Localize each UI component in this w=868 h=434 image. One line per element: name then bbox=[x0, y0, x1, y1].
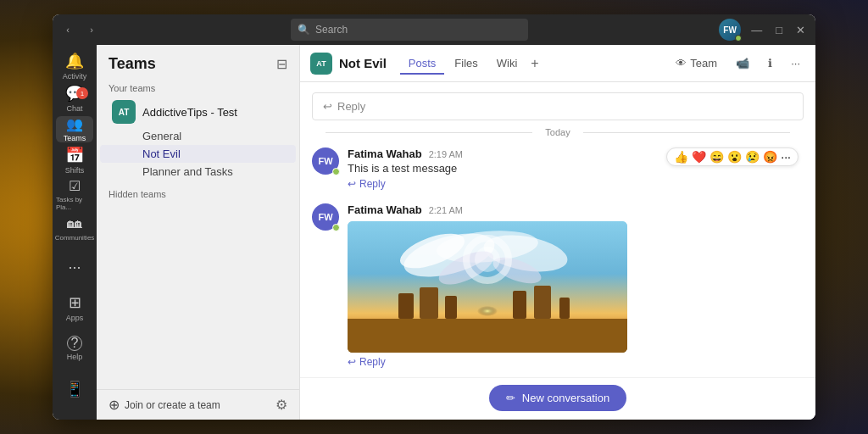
team-item-addictive[interactable]: AT AddictiveTips - Test ··· bbox=[100, 97, 296, 127]
shifts-label: Shifts bbox=[65, 166, 85, 175]
more-icon: ··· bbox=[791, 57, 800, 70]
add-tab-button[interactable]: + bbox=[527, 56, 542, 71]
team-button[interactable]: 👁 Team bbox=[670, 54, 722, 72]
hidden-teams-label: Hidden teams bbox=[97, 181, 299, 203]
channel-item-not-evil[interactable]: Not Evil bbox=[100, 145, 296, 163]
video-icon: 📹 bbox=[736, 57, 749, 70]
svg-rect-4 bbox=[420, 287, 438, 319]
new-conversation-bar: ✏ New conversation bbox=[300, 377, 815, 420]
shifts-icon: 📅 bbox=[65, 146, 84, 164]
msg-author-2: Fatima Wahab bbox=[348, 203, 422, 216]
filter-icon[interactable]: ⊟ bbox=[276, 56, 287, 72]
tab-posts[interactable]: Posts bbox=[400, 53, 445, 75]
tab-files[interactable]: Files bbox=[446, 53, 486, 75]
maximize-button[interactable]: □ bbox=[772, 24, 786, 36]
minimize-button[interactable]: — bbox=[748, 24, 765, 36]
svg-rect-2 bbox=[348, 319, 627, 353]
sidebar-item-teams[interactable]: 👥 Teams bbox=[56, 116, 93, 142]
message-row-2: FW Fatima Wahab 2:21 AM bbox=[300, 200, 815, 371]
apps-label: Apps bbox=[66, 314, 84, 322]
msg-reply-link-1[interactable]: ↩ Reply bbox=[348, 178, 804, 190]
channel-item-general[interactable]: General bbox=[100, 127, 296, 145]
reply-arrow-icon: ↩ bbox=[323, 100, 332, 113]
chat-label: Chat bbox=[66, 104, 82, 113]
reaction-angry[interactable]: 😡 bbox=[763, 150, 777, 164]
sidebar-item-communities[interactable]: 🏘 Communities bbox=[56, 214, 93, 242]
title-bar-left: ‹ › bbox=[59, 21, 100, 38]
channel-name: Not Evil bbox=[339, 56, 387, 70]
msg-header-2: Fatima Wahab 2:21 AM bbox=[348, 203, 804, 216]
title-bar: ‹ › 🔍 Search FW — □ ✕ bbox=[53, 14, 815, 45]
activity-label: Activity bbox=[63, 72, 87, 81]
sidebar-item-shifts[interactable]: 📅 Shifts bbox=[56, 146, 93, 175]
tab-wiki[interactable]: Wiki bbox=[488, 53, 526, 75]
sidebar-title: Teams bbox=[108, 55, 156, 73]
user-avatar[interactable]: FW bbox=[719, 19, 741, 41]
reaction-sad[interactable]: 😢 bbox=[745, 150, 760, 164]
reaction-more[interactable]: ··· bbox=[781, 150, 791, 164]
info-button[interactable]: ℹ bbox=[763, 54, 777, 72]
svg-rect-6 bbox=[513, 291, 526, 319]
sidebar: Teams ⊟ Your teams AT AddictiveTips - Te… bbox=[97, 45, 300, 420]
main-content: AT Not Evil Posts Files Wiki + 👁 Team 📹 bbox=[300, 45, 815, 420]
desert-image-svg bbox=[348, 221, 627, 353]
help-icon: ? bbox=[67, 336, 82, 351]
svg-rect-8 bbox=[559, 298, 570, 319]
tasks-label: Tasks by Pla... bbox=[56, 196, 93, 211]
title-bar-search: 🔍 Search bbox=[100, 19, 719, 41]
new-conv-label: New conversation bbox=[522, 392, 609, 404]
team-name-addictive: AddictiveTips - Test bbox=[142, 106, 273, 119]
apps-icon: ⊞ bbox=[69, 293, 81, 312]
channel-tabs: Posts Files Wiki + bbox=[400, 53, 542, 74]
back-button[interactable]: ‹ bbox=[59, 21, 76, 38]
message-row: FW Fatima Wahab 2:19 AM This is a test m… bbox=[300, 144, 815, 193]
search-placeholder: Search bbox=[315, 24, 348, 36]
msg-reply-link-2[interactable]: ↩ Reply bbox=[348, 356, 804, 368]
avatar-online-dot-1 bbox=[332, 168, 340, 175]
reaction-laugh[interactable]: 😄 bbox=[709, 150, 724, 164]
reply-text-1: Reply bbox=[359, 178, 386, 190]
msg-avatar-1: FW bbox=[312, 147, 339, 175]
activity-icon: 🔔 bbox=[65, 52, 84, 70]
settings-icon[interactable]: ⚙ bbox=[275, 397, 287, 413]
avatar-online-dot-2 bbox=[332, 224, 340, 231]
sidebar-item-activity[interactable]: 🔔 Activity bbox=[56, 52, 93, 81]
sidebar-footer: ⊕ Join or create a team ⚙ bbox=[97, 389, 299, 420]
svg-point-16 bbox=[475, 247, 500, 272]
reply-label: Reply bbox=[337, 100, 365, 113]
close-button[interactable]: ✕ bbox=[793, 24, 809, 36]
join-icon: ⊕ bbox=[108, 397, 120, 413]
reaction-heart[interactable]: ❤️ bbox=[692, 150, 706, 164]
messages-area[interactable]: ↩ Reply Today FW Fatima Wahab 2:19 AM bbox=[300, 82, 815, 377]
channel-header: AT Not Evil Posts Files Wiki + 👁 Team 📹 bbox=[300, 45, 815, 82]
avatar-online-dot bbox=[735, 35, 742, 42]
sidebar-item-device[interactable]: 📱 bbox=[56, 370, 93, 408]
channel-avatar: AT bbox=[310, 53, 332, 75]
svg-point-1 bbox=[453, 289, 521, 323]
forward-button[interactable]: › bbox=[83, 21, 100, 38]
channel-item-planner[interactable]: Planner and Tasks bbox=[100, 163, 296, 181]
rail-bottom: ··· ⊞ Apps ? Help 📱 bbox=[56, 248, 93, 415]
more-options-button[interactable]: ··· bbox=[786, 54, 805, 72]
teams-window: ‹ › 🔍 Search FW — □ ✕ 🔔 Activity bbox=[53, 14, 815, 420]
join-team-button[interactable]: ⊕ Join or create a team bbox=[108, 397, 220, 413]
search-box[interactable]: 🔍 Search bbox=[291, 19, 528, 41]
sidebar-item-tasks[interactable]: ☑ Tasks by Pla... bbox=[56, 178, 93, 211]
sidebar-item-apps[interactable]: ⊞ Apps bbox=[56, 289, 93, 326]
reaction-wow[interactable]: 😮 bbox=[727, 150, 742, 164]
sidebar-item-more[interactable]: ··· bbox=[56, 248, 93, 286]
teams-icon: 👥 bbox=[66, 116, 83, 132]
sidebar-item-chat[interactable]: 💬 Chat 1 bbox=[56, 84, 93, 113]
help-label: Help bbox=[67, 353, 83, 361]
msg-author-1: Fatima Wahab bbox=[348, 147, 422, 160]
sidebar-item-help[interactable]: ? Help bbox=[56, 330, 93, 367]
reaction-thumbsup[interactable]: 👍 bbox=[674, 150, 688, 164]
video-button[interactable]: 📹 bbox=[731, 54, 754, 72]
new-conversation-button[interactable]: ✏ New conversation bbox=[489, 385, 626, 411]
title-bar-right: FW — □ ✕ bbox=[719, 19, 809, 41]
top-reply-bar[interactable]: ↩ Reply bbox=[312, 92, 804, 120]
teams-label: Teams bbox=[64, 134, 86, 142]
reply-text-2: Reply bbox=[359, 356, 386, 368]
join-label: Join or create a team bbox=[125, 399, 220, 411]
app-body: 🔔 Activity 💬 Chat 1 👥 Teams 📅 Shifts ☑ T… bbox=[53, 45, 815, 420]
